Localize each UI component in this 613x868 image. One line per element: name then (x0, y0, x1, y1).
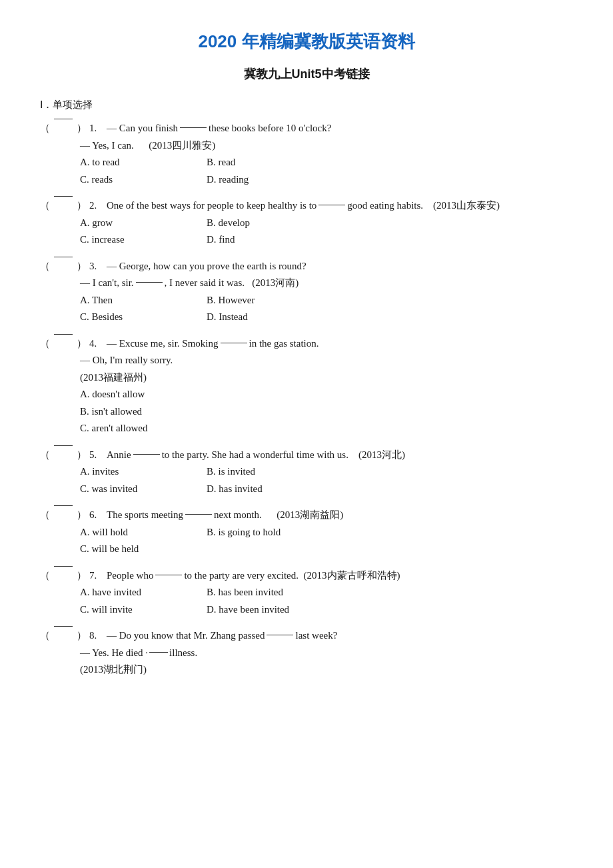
q3-left-paren: （ (40, 258, 50, 275)
q2-options-row2: C. increase D. find (80, 231, 573, 249)
q2-answer-blank (54, 196, 73, 197)
q6-text: The sports meetingnext month. (2013湖南益阳) (107, 507, 573, 524)
q8-sub: — Yes. He died ·illness. (80, 645, 573, 662)
q3-option-a: A. Then (80, 292, 200, 309)
q1-option-c: C. reads (80, 171, 200, 189)
q1-option-a: A. to read (80, 154, 200, 171)
q5-option-c: C. was invited (80, 481, 200, 498)
q3-option-c: C. Besides (80, 309, 200, 326)
q1-options-row2: C. reads D. reading (80, 171, 573, 189)
q1-options: A. to read B. read (80, 154, 573, 171)
q6-right-paren: ） (77, 507, 87, 524)
q5-option-a: A. invites (80, 463, 200, 481)
question-4: （ ） 4. — Excuse me, sir. Smokingin the g… (40, 335, 573, 437)
q5-num: 5. (89, 447, 104, 464)
q5-answer-blank (54, 445, 73, 446)
q7-options-row2: C. will invite D. have been invited (80, 601, 573, 619)
q8-left-paren: （ (40, 627, 50, 645)
q2-text: One of the best ways for people to keep … (107, 197, 573, 215)
sub-title: 冀教九上Unit5中考链接 (40, 64, 573, 85)
question-6: （ ） 6. The sports meetingnext month. (20… (40, 507, 573, 558)
q5-options-row2: C. was invited D. has invited (80, 481, 573, 498)
q6-option-c: C. will be held (80, 541, 200, 558)
q2-option-b: B. develop (207, 215, 326, 232)
q1-text: — Can you finishthese books before 10 o'… (107, 120, 573, 137)
q7-option-a: A. have invited (80, 584, 200, 601)
q4-option-b: B. isn't allowed (80, 403, 573, 421)
q4-left-paren: （ (40, 335, 50, 353)
q3-options-row2: C. Besides D. Instead (80, 309, 573, 326)
q2-options-row1: A. grow B. develop (80, 215, 573, 232)
q7-right-paren: ） (77, 567, 87, 585)
question-7: （ ） 7. People whoto the party are very e… (40, 567, 573, 619)
q7-option-d: D. have been invited (207, 601, 326, 619)
q4-num: 4. (89, 335, 104, 353)
question-1: （ ） 1. — Can you finishthese books befor… (40, 120, 573, 188)
section-label: Ⅰ．单项选择 (40, 97, 573, 114)
q1-answer-blank (54, 119, 73, 119)
q3-options-row1: A. Then B. However (80, 292, 573, 309)
q5-option-d: D. has invited (207, 481, 326, 498)
q6-option-b: B. is going to hold (207, 524, 326, 541)
q8-note: (2013湖北荆门) (80, 661, 573, 679)
q6-left-paren: （ (40, 507, 50, 524)
q4-option-a: A. doesn't allow (80, 386, 573, 403)
question-2: （ ） 2. One of the best ways for people t… (40, 197, 573, 249)
q1-option-b: B. read (207, 154, 326, 171)
q2-option-a: A. grow (80, 215, 200, 232)
q1-right-paren: ） (77, 120, 87, 137)
q6-answer-blank (54, 505, 73, 506)
q5-option-b: B. is invited (207, 463, 326, 481)
q4-answer-blank (54, 334, 73, 335)
main-title: 2020 年精编冀教版英语资料 (40, 27, 573, 56)
question-5: （ ） 5. Annieto the party. She had a wond… (40, 447, 573, 498)
q3-answer-blank (54, 257, 73, 257)
q3-right-paren: ） (77, 258, 87, 275)
q8-text: — Do you know that Mr. Zhang passedlast … (107, 627, 573, 645)
q6-options-row2: C. will be held (80, 541, 573, 558)
q7-answer-blank (54, 566, 73, 567)
q2-left-paren: （ (40, 197, 50, 215)
q8-answer-blank (54, 626, 73, 627)
q3-option-d: D. Instead (207, 309, 326, 326)
q6-num: 6. (89, 507, 104, 524)
q6-option-a: A. will hold (80, 524, 200, 541)
q3-num: 3. (89, 258, 104, 275)
q4-text: — Excuse me, sir. Smokingin the gas stat… (107, 335, 573, 353)
q7-options-row1: A. have invited B. has been invited (80, 584, 573, 601)
q5-options-row1: A. invites B. is invited (80, 463, 573, 481)
q4-option-c: C. aren't allowed (80, 420, 573, 437)
q8-num: 8. (89, 627, 104, 645)
question-3: （ ） 3. — George, how can you prove the e… (40, 258, 573, 326)
q7-num: 7. (89, 567, 104, 585)
q6-options-row1: A. will hold B. is going to hold (80, 524, 573, 541)
q1-num: 1. (89, 120, 104, 137)
q1-option-d: D. reading (207, 171, 326, 189)
q2-right-paren: ） (77, 197, 87, 215)
q8-right-paren: ） (77, 627, 87, 645)
q4-note: (2013福建福州) (80, 369, 573, 387)
q3-sub: — I can't, sir., I never said it was. (2… (80, 275, 573, 292)
q1-left-paren: （ (40, 120, 50, 137)
q2-option-d: D. find (207, 231, 326, 249)
q1-sub: — Yes, I can. (2013四川雅安) (80, 137, 573, 155)
q2-num: 2. (89, 197, 104, 215)
q7-left-paren: （ (40, 567, 50, 585)
q7-text: People whoto the party are very excited.… (107, 567, 573, 585)
q3-option-b: B. However (207, 292, 326, 309)
q5-text: Annieto the party. She had a wonderful t… (107, 447, 573, 464)
q5-right-paren: ） (77, 447, 87, 464)
q2-option-c: C. increase (80, 231, 200, 249)
q4-sub: — Oh, I'm really sorry. (80, 352, 573, 369)
q3-text: — George, how can you prove the earth is… (107, 258, 573, 275)
q4-right-paren: ） (77, 335, 87, 353)
q5-left-paren: （ (40, 447, 50, 464)
question-8: （ ） 8. — Do you know that Mr. Zhang pass… (40, 627, 573, 679)
q7-option-b: B. has been invited (207, 584, 326, 601)
q7-option-c: C. will invite (80, 601, 200, 619)
